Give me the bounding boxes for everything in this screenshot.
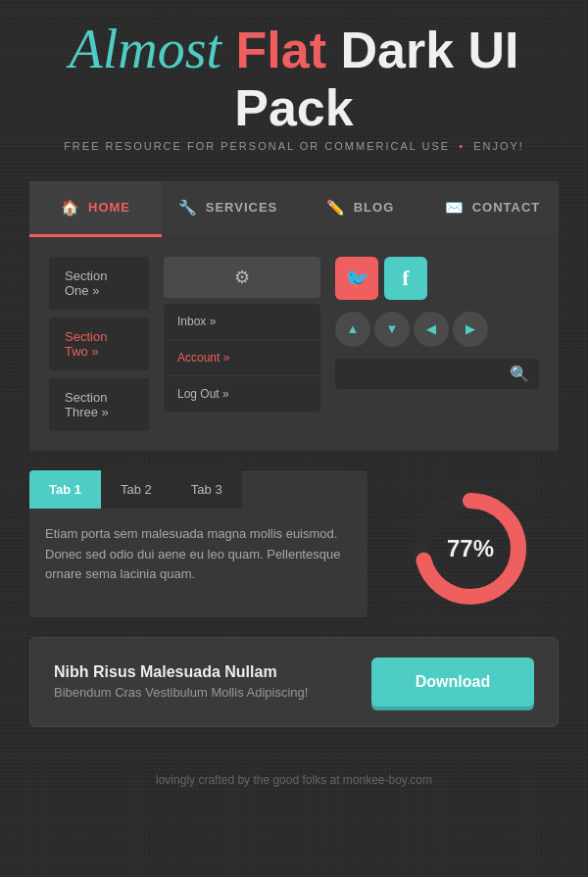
gear-button[interactable]: ⚙ — [164, 257, 320, 298]
tab-3[interactable]: Tab 3 — [172, 470, 242, 509]
footer: lovingly crafted by the good folks at mo… — [0, 756, 588, 803]
arrow-left-icon: ◀ — [426, 321, 436, 336]
donut-wrap: 77% — [402, 480, 539, 617]
nav-item-services[interactable]: 🔧 SERVICES — [162, 181, 294, 237]
tab-content: Etiam porta sem malesuada magna mollis e… — [29, 509, 368, 601]
search-input[interactable] — [345, 366, 510, 381]
donut-percent: 77% — [447, 535, 494, 562]
tab-1[interactable]: Tab 1 — [29, 470, 101, 509]
home-icon: 🏠 — [61, 199, 80, 217]
menu-item-section-one[interactable]: Section One » — [49, 257, 149, 310]
dropdown-item-inbox[interactable]: Inbox » — [164, 304, 320, 340]
menu-item-section-three[interactable]: Section Three » — [49, 378, 149, 431]
facebook-icon: f — [402, 266, 409, 291]
dropdown: Inbox » Account » Log Out » — [164, 304, 320, 412]
download-subtitle: Bibendum Cras Vestibulum Mollis Adipisci… — [54, 685, 308, 700]
nav: 🏠 HOME 🔧 SERVICES ✏️ BLOG ✉️ CONTACT — [29, 181, 559, 237]
header: Almost Flat Dark UI Pack FREE RESOURCE F… — [0, 0, 588, 162]
header-flat: Flat — [236, 22, 326, 78]
footer-text: lovingly crafted by the good folks at mo… — [156, 773, 432, 787]
menu-item-section-two[interactable]: Section Two » — [49, 317, 149, 370]
twitter-button[interactable]: 🐦 — [335, 257, 378, 300]
tab-2[interactable]: Tab 2 — [101, 470, 172, 509]
arrow-down-icon: ▼ — [386, 321, 399, 336]
download-section: Nibh Risus Malesuada Nullam Bibendum Cra… — [29, 637, 559, 727]
main-content: Section One » Section Two » Section Thre… — [29, 237, 559, 451]
pencil-icon: ✏️ — [326, 199, 346, 217]
arrow-down-button[interactable]: ▼ — [374, 312, 410, 347]
donut-chart: 77% — [382, 470, 559, 617]
download-title: Nibh Risus Malesuada Nullam — [54, 663, 308, 681]
dropdown-item-logout[interactable]: Log Out » — [164, 376, 320, 412]
tabs-header: Tab 1 Tab 2 Tab 3 — [29, 470, 368, 509]
tabs-section: Tab 1 Tab 2 Tab 3 Etiam porta sem malesu… — [29, 470, 559, 617]
right-panel: 🐦 f ▲ ▼ ◀ ▶ — [335, 257, 539, 431]
twitter-icon: 🐦 — [345, 267, 369, 290]
arrow-right-icon: ▶ — [466, 321, 475, 336]
tabs-container: Tab 1 Tab 2 Tab 3 Etiam porta sem malesu… — [29, 470, 368, 617]
arrow-right-button[interactable]: ▶ — [453, 312, 488, 347]
gear-icon: ⚙ — [234, 268, 250, 287]
header-almost: Almost — [70, 19, 222, 79]
arrow-left-button[interactable]: ◀ — [414, 312, 449, 347]
dropdown-menu: ⚙ Inbox » Account » Log Out » — [164, 257, 320, 431]
dropdown-item-account[interactable]: Account » — [164, 340, 320, 376]
header-subtitle: FREE RESOURCE FOR PERSONAL OR COMMERICAL… — [29, 140, 559, 152]
nav-item-blog[interactable]: ✏️ BLOG — [294, 181, 426, 237]
content-grid: Section One » Section Two » Section Thre… — [49, 257, 539, 431]
social-buttons: 🐦 f — [335, 257, 539, 300]
side-menu: Section One » Section Two » Section Thre… — [49, 257, 149, 431]
header-title: Almost Flat Dark UI Pack — [29, 20, 559, 136]
arrow-buttons: ▲ ▼ ◀ ▶ — [335, 312, 539, 347]
download-text: Nibh Risus Malesuada Nullam Bibendum Cra… — [54, 663, 308, 700]
wrench-icon: 🔧 — [178, 199, 198, 217]
nav-item-home[interactable]: 🏠 HOME — [29, 181, 162, 237]
search-icon[interactable]: 🔍 — [510, 365, 529, 383]
download-button[interactable]: Download — [371, 658, 534, 706]
envelope-icon: ✉️ — [445, 199, 465, 217]
nav-item-contact[interactable]: ✉️ CONTACT — [426, 181, 559, 237]
search-bar: 🔍 — [335, 359, 539, 389]
facebook-button[interactable]: f — [384, 257, 427, 300]
arrow-up-icon: ▲ — [347, 321, 360, 336]
arrow-up-button[interactable]: ▲ — [335, 312, 370, 347]
